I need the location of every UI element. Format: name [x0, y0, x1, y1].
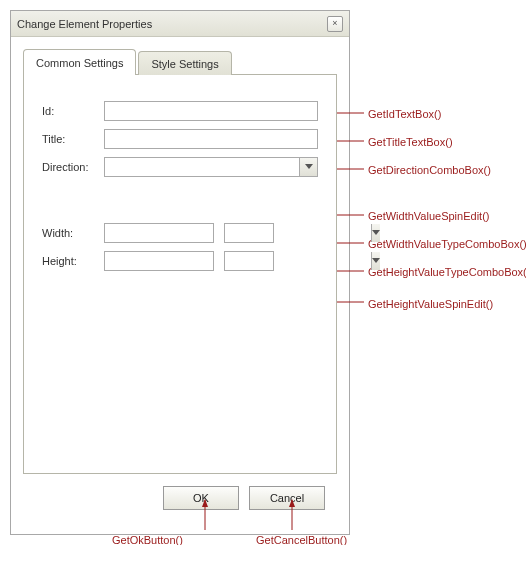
- annotation-height-spin: GetHeightValueSpinEdit(): [368, 298, 493, 310]
- width-spinedit[interactable]: [104, 223, 214, 243]
- height-spinedit[interactable]: [104, 251, 214, 271]
- ok-button-label: OK: [193, 492, 209, 504]
- annotation-width-spin: GetWidthValueSpinEdit(): [368, 210, 489, 222]
- dialog-title: Change Element Properties: [17, 18, 152, 30]
- close-button[interactable]: ×: [327, 16, 343, 32]
- row-direction: Direction:: [42, 157, 318, 177]
- chevron-down-icon: [372, 230, 380, 236]
- row-id: Id:: [42, 101, 318, 121]
- tab-strip: Common Settings Style Settings: [23, 49, 337, 75]
- direction-combobox[interactable]: [104, 157, 318, 177]
- annotation-width-type-combo: GetWidthValueTypeComboBox(): [368, 238, 526, 250]
- direction-input[interactable]: [105, 158, 299, 176]
- dialog-body: Common Settings Style Settings Id: Title…: [11, 37, 349, 534]
- title-label: Title:: [42, 133, 104, 145]
- direction-dropdown-button[interactable]: [299, 158, 317, 176]
- cancel-button-label: Cancel: [270, 492, 304, 504]
- cancel-button[interactable]: Cancel: [249, 486, 325, 510]
- row-title: Title:: [42, 129, 318, 149]
- height-type-combobox[interactable]: [224, 251, 274, 271]
- tab-label: Common Settings: [36, 57, 123, 69]
- row-height: Height:: [42, 251, 318, 271]
- width-type-combobox[interactable]: [224, 223, 274, 243]
- dialog-window: Change Element Properties × Common Setti…: [10, 10, 350, 535]
- width-type-dropdown-button[interactable]: [371, 224, 380, 242]
- annotation-title-textbox: GetTitleTextBox(): [368, 136, 453, 148]
- annotation-id-textbox: GetIdTextBox(): [368, 108, 441, 120]
- tab-style-settings[interactable]: Style Settings: [138, 51, 231, 75]
- tab-common-settings[interactable]: Common Settings: [23, 49, 136, 75]
- close-icon: ×: [332, 19, 337, 28]
- tab-panel-common: Id: Title: Direction: Width:: [23, 74, 337, 474]
- chevron-down-icon: [305, 164, 313, 170]
- id-label: Id:: [42, 105, 104, 117]
- titlebar: Change Element Properties ×: [11, 11, 349, 37]
- direction-label: Direction:: [42, 161, 104, 173]
- title-textbox[interactable]: [104, 129, 318, 149]
- id-textbox[interactable]: [104, 101, 318, 121]
- chevron-down-icon: [372, 258, 380, 264]
- annotation-ok-button: GetOkButton(): [112, 534, 183, 545]
- annotation-direction-combo: GetDirectionComboBox(): [368, 164, 491, 176]
- annotation-cancel-button: GetCancelButton(): [256, 534, 347, 545]
- row-width: Width:: [42, 223, 318, 243]
- height-type-dropdown-button[interactable]: [371, 252, 380, 270]
- height-type-input[interactable]: [225, 252, 371, 270]
- width-type-input[interactable]: [225, 224, 371, 242]
- height-label: Height:: [42, 255, 104, 267]
- width-label: Width:: [42, 227, 104, 239]
- ok-button[interactable]: OK: [163, 486, 239, 510]
- button-row: OK Cancel: [23, 474, 337, 522]
- annotation-height-type-combo: GetHeightValueTypeComboBox(): [368, 266, 526, 278]
- tab-label: Style Settings: [151, 58, 218, 70]
